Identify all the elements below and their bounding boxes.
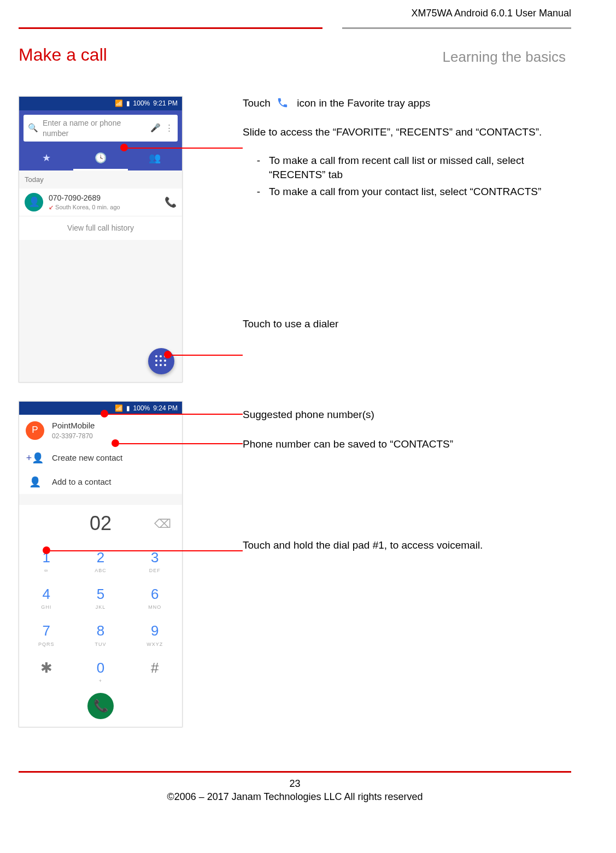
recent-call-sub: South Korea, 0 min. ago	[55, 204, 120, 210]
search-placeholder: Enter a name or phone number	[43, 118, 146, 139]
key-8[interactable]: 8TUV	[73, 616, 127, 652]
instruction-contacts: To make a call from your contact list, s…	[269, 185, 571, 199]
tab-contacts[interactable]: 👥	[128, 146, 182, 170]
search-bar: 🔍 Enter a name or phone number 🎤 ⋮	[19, 110, 182, 146]
key-7[interactable]: 7PQRS	[19, 616, 73, 652]
page-subtitle: Learning the basics	[443, 48, 566, 67]
tab-favorites[interactable]: ★	[19, 146, 73, 170]
search-input[interactable]: 🔍 Enter a name or phone number 🎤 ⋮	[24, 115, 178, 142]
key-3[interactable]: 3DEF	[128, 543, 182, 579]
section-today: Today	[19, 170, 182, 189]
key-star[interactable]: ✱	[19, 653, 73, 690]
battery-icon: ▮	[126, 99, 130, 108]
clock-text: 9:24 PM	[153, 404, 178, 413]
missed-call-icon: ↙	[49, 204, 54, 210]
instruction-slide: Slide to access the “FAVORITE”, “RECENTS…	[243, 125, 571, 139]
key-0[interactable]: 0+	[73, 653, 127, 690]
battery-text: 100%	[133, 99, 150, 108]
callout-line-key1	[50, 550, 243, 551]
instruction-recents: To make a call from recent call list or …	[269, 154, 571, 181]
contact-icon: 👤	[26, 475, 44, 489]
page-number: 23	[19, 777, 571, 790]
copyright: ©2006 – 2017 Janam Technologies LLC All …	[19, 790, 571, 803]
clock-text: 9:21 PM	[153, 99, 178, 108]
instruction-touch-icon: Touch icon in the Favorite tray apps	[243, 96, 571, 111]
signal-icon: 📶	[115, 404, 123, 413]
battery-icon: ▮	[126, 404, 130, 413]
key-2[interactable]: 2ABC	[73, 543, 127, 579]
footer: 23 ©2006 – 2017 Janam Technologies LLC A…	[0, 771, 616, 815]
dial-keypad: 1∞ 2ABC 3DEF 4GHI 5JKL 6MNO 7PQRS 8TUV 9…	[19, 543, 182, 690]
add-to-contact[interactable]: 👤 Add to a contact	[19, 470, 182, 494]
battery-text: 100%	[133, 404, 150, 413]
screenshot-phone-recents: 📶 ▮ 100% 9:21 PM 🔍 Enter a name or phone…	[19, 96, 183, 383]
instruction-save-contact: Phone number can be saved to “CONTACTS”	[243, 437, 571, 451]
recent-call-item[interactable]: 👤 070-7090-2689 ↙ South Korea, 0 min. ag…	[19, 189, 182, 216]
key-9[interactable]: 9WXYZ	[128, 616, 182, 652]
key-hash[interactable]: #	[128, 653, 182, 690]
call-icon[interactable]: 📞	[165, 196, 177, 209]
dialed-number: 02 ⌫	[19, 505, 182, 543]
callout-line-create	[119, 443, 243, 444]
phone-icon: 📞	[93, 698, 108, 714]
create-new-contact[interactable]: +👤 Create new contact	[19, 446, 182, 470]
tab-recents[interactable]: 🕓	[73, 146, 127, 170]
tab-bar: ★ 🕓 👥	[19, 146, 182, 170]
avatar: P	[26, 421, 44, 440]
add-contact-icon: +👤	[26, 451, 44, 464]
instruction-dialer: Touch to use a dialer	[243, 317, 571, 331]
key-4[interactable]: 4GHI	[19, 579, 73, 616]
instruction-voicemail: Touch and hold the dial pad #1, to acces…	[243, 538, 571, 552]
phone-icon	[277, 97, 291, 111]
suggested-name: PointMobile	[52, 420, 175, 431]
view-full-history[interactable]: View full call history	[19, 216, 182, 240]
mic-icon: 🎤	[150, 122, 161, 133]
callout-line-fab	[172, 355, 243, 356]
header-rule	[19, 27, 571, 29]
search-icon: 🔍	[28, 122, 38, 133]
instruction-list: To make a call from recent call list or …	[255, 154, 571, 199]
signal-icon: 📶	[115, 99, 123, 108]
key-6[interactable]: 6MNO	[128, 579, 182, 616]
instruction-suggested: Suggested phone number(s)	[243, 408, 571, 422]
callout-line-suggest	[108, 414, 243, 415]
callout-line-tabs	[128, 148, 243, 149]
overflow-icon: ⋮	[165, 122, 173, 133]
contact-avatar-icon: 👤	[25, 193, 43, 211]
status-bar: 📶 ▮ 100% 9:21 PM	[19, 97, 182, 110]
suggested-contact[interactable]: P PointMobile 02-3397-7870	[19, 415, 182, 445]
call-button[interactable]: 📞	[87, 693, 114, 719]
backspace-icon[interactable]: ⌫	[154, 516, 171, 532]
recent-call-number: 070-7090-2689	[49, 193, 159, 203]
page-title: Make a call	[19, 43, 107, 67]
screenshot-phone-dialer: 📶 ▮ 100% 9:24 PM P PointMobile 02-3397-7…	[19, 401, 183, 727]
doc-header: XM75WA Android 6.0.1 User Manual	[19, 7, 571, 27]
key-5[interactable]: 5JKL	[73, 579, 127, 616]
